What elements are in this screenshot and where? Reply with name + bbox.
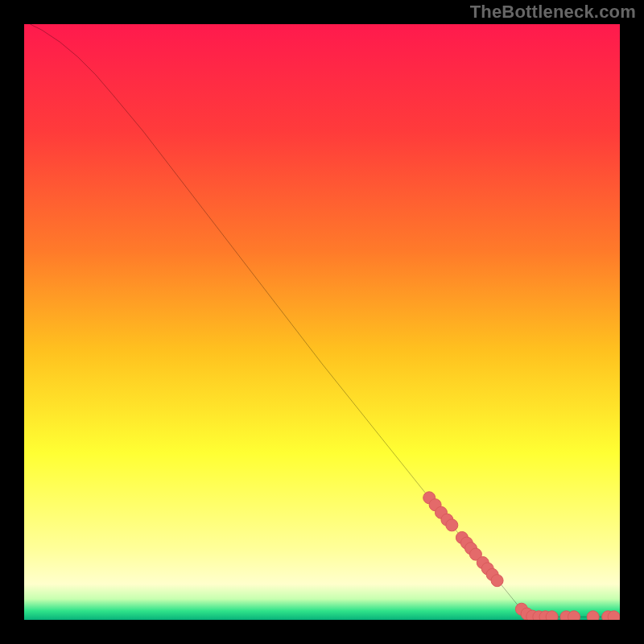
- marker-dot: [587, 611, 599, 620]
- chart-frame: TheBottleneck.com: [0, 0, 644, 644]
- watermark-text: TheBottleneck.com: [470, 2, 636, 23]
- marker-dot: [568, 611, 580, 620]
- marker-dot: [446, 519, 458, 531]
- chart-plot: [24, 24, 620, 620]
- marker-dot: [608, 611, 620, 620]
- marker-dot: [491, 575, 503, 587]
- marker-dot: [546, 611, 558, 620]
- plot-background: [24, 24, 620, 620]
